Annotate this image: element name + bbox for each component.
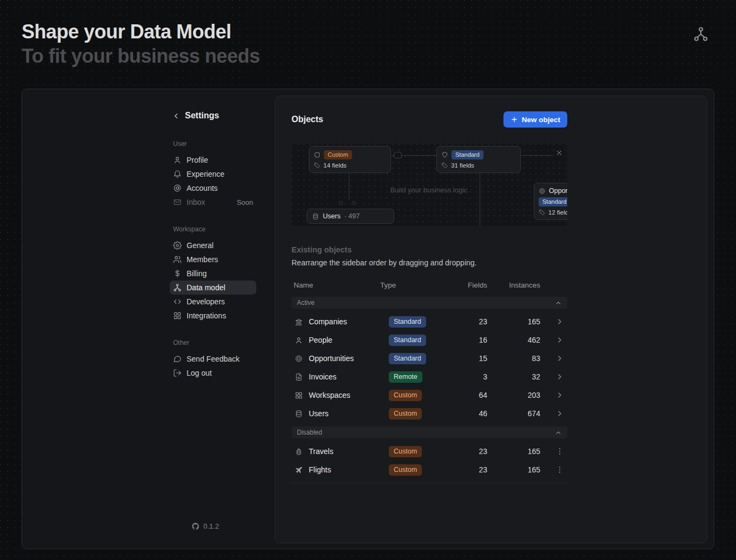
canvas-node-standard[interactable]: Standard 31 fields bbox=[436, 146, 521, 173]
instances-count: 83 bbox=[487, 354, 543, 363]
sidebar-item-label: General bbox=[187, 241, 214, 250]
code-icon bbox=[173, 297, 182, 306]
sidebar-item-label: Inbox bbox=[187, 198, 205, 206]
object-name: Opportunities bbox=[309, 354, 354, 363]
table-row-invoices[interactable]: Invoices Remote 3 32 bbox=[291, 368, 567, 386]
group-header-active[interactable]: Active bbox=[291, 297, 567, 309]
sidebar-item-label: Experience bbox=[187, 170, 224, 178]
chevron-right-icon[interactable] bbox=[555, 372, 564, 381]
sidebar-item-label: Profile bbox=[187, 156, 208, 164]
target-icon bbox=[295, 355, 303, 363]
sidebar-item-label: Members bbox=[187, 255, 218, 264]
sidebar-item-label: Send Feedback bbox=[187, 355, 240, 363]
object-name: Flights bbox=[309, 465, 331, 474]
chevron-right-icon[interactable] bbox=[555, 391, 564, 399]
connector-line bbox=[480, 173, 480, 226]
mail-icon bbox=[173, 198, 182, 206]
box-icon bbox=[314, 151, 321, 158]
chevron-up-icon bbox=[555, 299, 562, 306]
object-name: Invoices bbox=[309, 372, 336, 381]
table-row-flights[interactable]: Flights Custom 23 165 bbox=[291, 461, 567, 479]
fields-count: 14 fields bbox=[323, 162, 347, 169]
sidebar-item-send-feedback[interactable]: Send Feedback bbox=[170, 352, 256, 366]
sidebar-item-profile[interactable]: Profile bbox=[170, 153, 256, 167]
chevron-right-icon[interactable] bbox=[555, 317, 564, 326]
table-row-workspaces[interactable]: Workspaces Custom 64 203 bbox=[291, 386, 567, 404]
data-model-icon bbox=[173, 283, 182, 292]
at-sign-icon bbox=[173, 184, 182, 192]
settings-back-button[interactable]: Settings bbox=[170, 111, 262, 121]
table-row-companies[interactable]: Companies Standard 23 165 bbox=[291, 312, 567, 331]
existing-objects-title: Existing objects bbox=[291, 245, 691, 254]
document-icon bbox=[295, 373, 303, 381]
close-icon[interactable] bbox=[555, 149, 563, 157]
canvas-node-opportunities[interactable]: Opportunities Standard 12 fields bbox=[534, 183, 567, 220]
section-label-user: User bbox=[170, 140, 262, 148]
column-type: Type bbox=[380, 281, 441, 289]
chevron-right-icon[interactable] bbox=[555, 409, 564, 418]
sidebar-item-accounts[interactable]: Accounts bbox=[170, 181, 256, 195]
sidebar-item-label: Integrations bbox=[187, 311, 226, 320]
hero-heading: Shape your Data Model To fit your busine… bbox=[22, 19, 260, 68]
sidebar-item-billing[interactable]: Billing bbox=[170, 266, 256, 281]
chevron-left-icon bbox=[172, 112, 180, 120]
sidebar-item-members[interactable]: Members bbox=[170, 252, 256, 266]
tag-icon bbox=[441, 162, 448, 169]
sidebar-item-log-out[interactable]: Log out bbox=[170, 366, 256, 380]
sidebar-item-data-model[interactable]: Data model bbox=[170, 281, 256, 295]
table-row-users[interactable]: Users Custom 46 674 bbox=[291, 404, 567, 423]
standard-badge: Standard bbox=[452, 150, 483, 159]
app-version: 0.1.2 bbox=[191, 522, 219, 530]
version-label: 0.1.2 bbox=[203, 522, 219, 530]
group-header-disabled[interactable]: Disabled bbox=[291, 426, 567, 438]
sidebar-item-label: Log out bbox=[187, 369, 212, 377]
object-name: Companies bbox=[309, 317, 347, 326]
tag-icon bbox=[539, 209, 545, 216]
standard-badge: Standard bbox=[539, 197, 567, 206]
grid-icon bbox=[295, 391, 303, 399]
chevron-right-icon[interactable] bbox=[555, 354, 564, 363]
person-icon bbox=[295, 336, 303, 344]
chevron-right-icon[interactable] bbox=[555, 336, 564, 344]
sidebar-item-experience[interactable]: Experience bbox=[170, 167, 256, 181]
tag-icon bbox=[314, 162, 320, 169]
node-name: Users bbox=[323, 212, 341, 220]
dots-vertical-icon[interactable] bbox=[555, 447, 564, 456]
fields-count: 31 fields bbox=[451, 162, 474, 169]
group-label: Active bbox=[297, 299, 315, 306]
sidebar-item-label: Data model bbox=[187, 283, 226, 292]
database-icon bbox=[295, 410, 303, 418]
sidebar-item-integrations[interactable]: Integrations bbox=[170, 309, 256, 323]
data-model-canvas[interactable]: Custom 14 fields Standard 31 fields Buil… bbox=[291, 144, 567, 226]
users-icon bbox=[173, 255, 182, 264]
connector-dot bbox=[339, 201, 343, 205]
logout-icon bbox=[173, 369, 182, 377]
fields-count: 15 bbox=[441, 354, 487, 363]
grid-icon bbox=[173, 311, 182, 320]
type-badge: Standard bbox=[389, 316, 426, 328]
node-count: · 497 bbox=[344, 212, 360, 220]
dollar-icon bbox=[173, 269, 182, 278]
sidebar-item-label: Developers bbox=[187, 297, 225, 306]
sidebar-item-developers[interactable]: Developers bbox=[170, 295, 256, 309]
settings-back-label: Settings bbox=[185, 111, 219, 121]
type-badge: Standard bbox=[389, 353, 426, 364]
dots-vertical-icon[interactable] bbox=[555, 465, 564, 474]
sidebar-item-inbox[interactable]: Inbox Soon bbox=[170, 195, 256, 209]
sidebar-item-general[interactable]: General bbox=[170, 238, 256, 252]
database-icon bbox=[312, 213, 319, 220]
existing-objects-description: Rearrange the sidebar order by dragging … bbox=[291, 258, 691, 267]
canvas-node-custom[interactable]: Custom 14 fields bbox=[309, 146, 391, 173]
group-label: Disabled bbox=[297, 429, 322, 436]
fields-count: 23 bbox=[441, 317, 487, 326]
fields-count: 3 bbox=[441, 372, 487, 381]
canvas-node-users[interactable]: Users · 497 bbox=[307, 209, 394, 224]
plus-icon bbox=[510, 116, 518, 123]
table-row-travels[interactable]: Travels Custom 23 165 bbox=[291, 442, 567, 461]
soon-badge: Soon bbox=[237, 198, 253, 206]
chat-icon bbox=[173, 355, 182, 363]
table-row-opportunities[interactable]: Opportunities Standard 15 83 bbox=[291, 349, 567, 368]
type-badge: Custom bbox=[389, 390, 422, 401]
new-object-button[interactable]: New object bbox=[503, 111, 567, 128]
table-row-people[interactable]: People Standard 16 462 bbox=[291, 331, 567, 349]
